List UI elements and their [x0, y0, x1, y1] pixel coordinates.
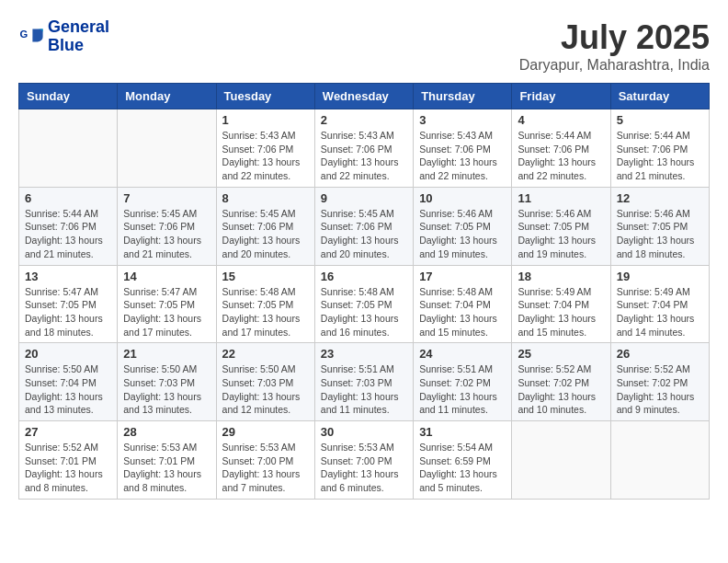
table-row: 31Sunrise: 5:54 AM Sunset: 6:59 PM Dayli…	[414, 421, 512, 500]
day-number: 16	[321, 270, 407, 283]
table-row: 16Sunrise: 5:48 AM Sunset: 7:05 PM Dayli…	[314, 265, 413, 343]
day-info: Sunrise: 5:53 AM Sunset: 7:01 PM Dayligh…	[123, 441, 210, 495]
day-info: Sunrise: 5:49 AM Sunset: 7:04 PM Dayligh…	[617, 285, 703, 339]
day-number: 18	[518, 270, 604, 283]
day-number: 3	[419, 113, 506, 127]
day-info: Sunrise: 5:44 AM Sunset: 7:06 PM Dayligh…	[518, 129, 604, 183]
day-number: 11	[518, 191, 604, 205]
table-row: 3Sunrise: 5:43 AM Sunset: 7:06 PM Daylig…	[414, 109, 512, 188]
day-info: Sunrise: 5:47 AM Sunset: 7:05 PM Dayligh…	[25, 285, 111, 339]
day-number: 19	[617, 270, 703, 283]
table-row: 11Sunrise: 5:46 AM Sunset: 7:05 PM Dayli…	[512, 187, 610, 265]
day-number: 2	[321, 113, 407, 127]
table-row: 21Sunrise: 5:50 AM Sunset: 7:03 PM Dayli…	[118, 343, 216, 421]
table-row: 13Sunrise: 5:47 AM Sunset: 7:05 PM Dayli…	[19, 265, 118, 343]
header-saturday: Saturday	[610, 84, 709, 109]
day-info: Sunrise: 5:44 AM Sunset: 7:06 PM Dayligh…	[25, 207, 111, 261]
day-number: 23	[321, 347, 407, 361]
day-number: 13	[25, 270, 111, 283]
table-row: 10Sunrise: 5:46 AM Sunset: 7:05 PM Dayli…	[414, 187, 512, 265]
day-info: Sunrise: 5:48 AM Sunset: 7:05 PM Dayligh…	[222, 285, 309, 339]
day-info: Sunrise: 5:54 AM Sunset: 6:59 PM Dayligh…	[419, 441, 506, 495]
table-row: 2Sunrise: 5:43 AM Sunset: 7:06 PM Daylig…	[314, 109, 413, 188]
day-info: Sunrise: 5:49 AM Sunset: 7:04 PM Dayligh…	[518, 285, 604, 339]
day-number: 6	[25, 191, 111, 205]
day-number: 12	[617, 191, 703, 205]
day-number: 7	[123, 191, 210, 205]
table-row	[610, 421, 709, 500]
header-friday: Friday	[512, 84, 610, 109]
page-header: G General Blue July 2025 Daryapur, Mahar…	[18, 18, 710, 74]
table-row: 6Sunrise: 5:44 AM Sunset: 7:06 PM Daylig…	[19, 187, 118, 265]
table-row: 12Sunrise: 5:46 AM Sunset: 7:05 PM Dayli…	[610, 187, 709, 265]
day-info: Sunrise: 5:45 AM Sunset: 7:06 PM Dayligh…	[123, 207, 210, 261]
table-row: 19Sunrise: 5:49 AM Sunset: 7:04 PM Dayli…	[610, 265, 709, 343]
day-number: 24	[419, 347, 506, 361]
day-info: Sunrise: 5:50 AM Sunset: 7:03 PM Dayligh…	[123, 362, 210, 417]
day-info: Sunrise: 5:43 AM Sunset: 7:06 PM Dayligh…	[419, 129, 506, 183]
day-number: 22	[222, 347, 309, 361]
table-row: 24Sunrise: 5:51 AM Sunset: 7:02 PM Dayli…	[414, 343, 512, 421]
table-row: 22Sunrise: 5:50 AM Sunset: 7:03 PM Dayli…	[216, 343, 314, 421]
table-row: 17Sunrise: 5:48 AM Sunset: 7:04 PM Dayli…	[414, 265, 512, 343]
day-info: Sunrise: 5:53 AM Sunset: 7:00 PM Dayligh…	[222, 441, 309, 495]
day-info: Sunrise: 5:43 AM Sunset: 7:06 PM Dayligh…	[222, 129, 309, 183]
day-number: 4	[518, 113, 604, 127]
day-number: 15	[222, 270, 309, 283]
header-wednesday: Wednesday	[314, 84, 413, 109]
day-info: Sunrise: 5:45 AM Sunset: 7:06 PM Dayligh…	[222, 207, 309, 261]
header-thursday: Thursday	[414, 84, 512, 109]
table-row: 25Sunrise: 5:52 AM Sunset: 7:02 PM Dayli…	[512, 343, 610, 421]
logo-icon: G	[18, 24, 44, 50]
day-info: Sunrise: 5:52 AM Sunset: 7:01 PM Dayligh…	[25, 441, 111, 495]
day-info: Sunrise: 5:48 AM Sunset: 7:05 PM Dayligh…	[321, 285, 407, 339]
month-year-title: July 2025	[519, 18, 710, 57]
day-number: 17	[419, 270, 506, 283]
day-info: Sunrise: 5:46 AM Sunset: 7:05 PM Dayligh…	[617, 207, 703, 261]
day-number: 10	[419, 191, 506, 205]
table-row: 4Sunrise: 5:44 AM Sunset: 7:06 PM Daylig…	[512, 109, 610, 188]
table-row: 27Sunrise: 5:52 AM Sunset: 7:01 PM Dayli…	[19, 421, 118, 500]
table-row: 28Sunrise: 5:53 AM Sunset: 7:01 PM Dayli…	[118, 421, 216, 500]
table-row: 30Sunrise: 5:53 AM Sunset: 7:00 PM Dayli…	[314, 421, 413, 500]
day-info: Sunrise: 5:48 AM Sunset: 7:04 PM Dayligh…	[419, 285, 506, 339]
table-row: 23Sunrise: 5:51 AM Sunset: 7:03 PM Dayli…	[314, 343, 413, 421]
day-info: Sunrise: 5:51 AM Sunset: 7:02 PM Dayligh…	[419, 362, 506, 417]
day-number: 9	[321, 191, 407, 205]
day-info: Sunrise: 5:50 AM Sunset: 7:04 PM Dayligh…	[25, 362, 111, 417]
day-number: 1	[222, 113, 309, 127]
day-number: 14	[123, 270, 210, 283]
header-sunday: Sunday	[19, 84, 118, 109]
table-row: 18Sunrise: 5:49 AM Sunset: 7:04 PM Dayli…	[512, 265, 610, 343]
day-info: Sunrise: 5:47 AM Sunset: 7:05 PM Dayligh…	[123, 285, 210, 339]
table-row: 9Sunrise: 5:45 AM Sunset: 7:06 PM Daylig…	[314, 187, 413, 265]
table-row: 8Sunrise: 5:45 AM Sunset: 7:06 PM Daylig…	[216, 187, 314, 265]
calendar-week-row: 20Sunrise: 5:50 AM Sunset: 7:04 PM Dayli…	[19, 343, 710, 421]
day-number: 5	[617, 113, 703, 127]
day-number: 21	[123, 347, 210, 361]
day-number: 28	[123, 425, 210, 439]
day-info: Sunrise: 5:44 AM Sunset: 7:06 PM Dayligh…	[617, 129, 703, 183]
table-row	[512, 421, 610, 500]
day-number: 8	[222, 191, 309, 205]
table-row	[118, 109, 216, 188]
table-row: 26Sunrise: 5:52 AM Sunset: 7:02 PM Dayli…	[610, 343, 709, 421]
table-row: 5Sunrise: 5:44 AM Sunset: 7:06 PM Daylig…	[610, 109, 709, 188]
day-number: 31	[419, 425, 506, 439]
header-tuesday: Tuesday	[216, 84, 314, 109]
day-info: Sunrise: 5:46 AM Sunset: 7:05 PM Dayligh…	[419, 207, 506, 261]
table-row: 7Sunrise: 5:45 AM Sunset: 7:06 PM Daylig…	[118, 187, 216, 265]
table-row: 1Sunrise: 5:43 AM Sunset: 7:06 PM Daylig…	[216, 109, 314, 188]
table-row: 29Sunrise: 5:53 AM Sunset: 7:00 PM Dayli…	[216, 421, 314, 500]
table-row: 15Sunrise: 5:48 AM Sunset: 7:05 PM Dayli…	[216, 265, 314, 343]
calendar-header-row: Sunday Monday Tuesday Wednesday Thursday…	[19, 84, 710, 109]
calendar-week-row: 13Sunrise: 5:47 AM Sunset: 7:05 PM Dayli…	[19, 265, 710, 343]
logo-line1: General	[48, 18, 109, 37]
day-info: Sunrise: 5:52 AM Sunset: 7:02 PM Dayligh…	[617, 362, 703, 417]
day-info: Sunrise: 5:51 AM Sunset: 7:03 PM Dayligh…	[321, 362, 407, 417]
day-number: 29	[222, 425, 309, 439]
day-number: 26	[617, 347, 703, 361]
table-row: 20Sunrise: 5:50 AM Sunset: 7:04 PM Dayli…	[19, 343, 118, 421]
title-section: July 2025 Daryapur, Maharashtra, India	[519, 18, 710, 74]
table-row	[19, 109, 118, 188]
